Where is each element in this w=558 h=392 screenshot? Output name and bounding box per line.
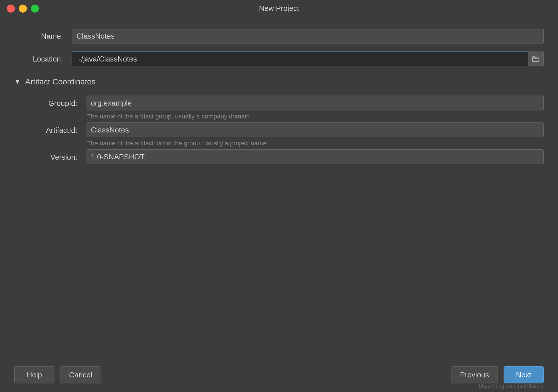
artifact-section: GroupId: The name of the artifact group,…	[14, 96, 544, 167]
svg-rect-1	[533, 57, 535, 58]
location-wrapper	[72, 52, 544, 66]
version-label: Version:	[23, 149, 86, 162]
groupid-label: GroupId:	[23, 96, 86, 108]
artifactid-input[interactable]	[86, 122, 544, 137]
groupid-row: GroupId: The name of the artifact group,…	[23, 96, 544, 120]
groupid-hint: The name of the artifact group, usually …	[86, 113, 544, 120]
artifact-coordinates-title: Artifact Coordinates	[25, 77, 96, 86]
artifactid-row: ArtifactId: The name of the artifact wit…	[23, 122, 544, 147]
collapse-toggle[interactable]: ▼	[14, 78, 21, 86]
location-row: Location:	[14, 52, 544, 66]
cancel-button[interactable]: Cancel	[60, 366, 101, 383]
footer-url: https://blog.csdn.net/Vinserv	[479, 383, 544, 389]
artifactid-label: ArtifactId:	[23, 122, 86, 135]
groupid-input[interactable]	[86, 96, 544, 110]
window: New Project Name: Location:	[0, 0, 558, 392]
name-row: Name:	[14, 29, 544, 43]
window-title: New Project	[259, 4, 299, 13]
traffic-lights	[7, 5, 39, 13]
location-input[interactable]	[72, 52, 544, 66]
name-input[interactable]	[72, 29, 544, 43]
title-bar: New Project	[0, 0, 558, 17]
groupid-field-wrapper: The name of the artifact group, usually …	[86, 96, 544, 120]
previous-button[interactable]: Previous	[451, 366, 498, 383]
browse-button[interactable]	[528, 52, 544, 66]
name-label: Name:	[14, 32, 72, 41]
help-button[interactable]: Help	[14, 366, 54, 383]
minimize-button[interactable]	[19, 5, 27, 13]
footer: Help Cancel Previous Next	[0, 361, 558, 392]
footer-left: Help Cancel	[14, 366, 101, 383]
version-input[interactable]	[86, 149, 544, 164]
next-button[interactable]: Next	[504, 366, 544, 383]
section-divider	[100, 82, 544, 82]
version-row: Version:	[23, 149, 544, 164]
maximize-button[interactable]	[31, 5, 39, 13]
artifactid-field-wrapper: The name of the artifact within the grou…	[86, 122, 544, 147]
content-area: Name: Location: ▼ Artifact Coordinates	[0, 17, 558, 361]
version-field-wrapper	[86, 149, 544, 164]
artifact-section-header: ▼ Artifact Coordinates	[14, 77, 544, 86]
artifactid-hint: The name of the artifact within the grou…	[86, 140, 544, 147]
footer-right: Previous Next	[451, 366, 544, 383]
close-button[interactable]	[7, 5, 15, 13]
location-label: Location:	[14, 55, 72, 64]
